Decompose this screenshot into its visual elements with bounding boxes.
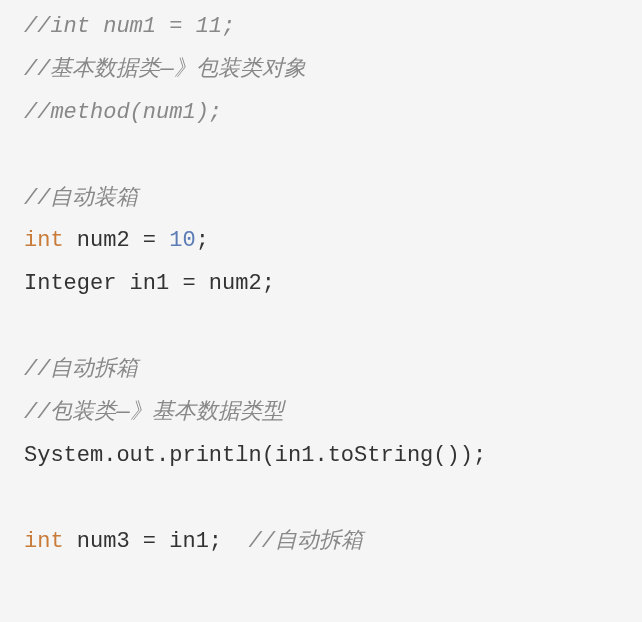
token-punct: =: [143, 529, 169, 554]
code-block: //int num1 = 11;//基本数据类—》包装类对象//method(n…: [24, 6, 642, 564]
code-line-1: //基本数据类—》包装类对象: [24, 49, 642, 92]
code-line-4: //自动装箱: [24, 178, 642, 221]
token-identifier: System: [24, 443, 103, 468]
comment-text: //int num1 = 11;: [24, 14, 235, 39]
comment-text: //自动装箱: [24, 186, 138, 211]
code-line-10: System.out.println(in1.toString());: [24, 435, 642, 478]
token-punct: ());: [433, 443, 486, 468]
token-identifier: num3: [64, 529, 143, 554]
token-punct: .: [103, 443, 116, 468]
comment-text: //method(num1);: [24, 100, 222, 125]
token-comment: //自动拆箱: [248, 529, 362, 554]
token-identifier: in1: [275, 443, 315, 468]
comment-text: //包装类—》基本数据类型: [24, 400, 284, 425]
token-method: println: [169, 443, 261, 468]
token-punct: .: [314, 443, 327, 468]
token-punct: ;: [262, 271, 275, 296]
comment-text: //基本数据类—》包装类对象: [24, 57, 306, 82]
code-line-12: int num3 = in1; //自动拆箱: [24, 521, 642, 564]
code-line-0: //int num1 = 11;: [24, 6, 642, 49]
token-punct: ;: [196, 228, 209, 253]
comment-text: //自动拆箱: [24, 357, 138, 382]
code-line-7: [24, 306, 642, 349]
code-line-3: [24, 135, 642, 178]
token-method: toString: [328, 443, 434, 468]
token-identifier: num2: [209, 271, 262, 296]
code-line-9: //包装类—》基本数据类型: [24, 392, 642, 435]
token-punct: ;: [209, 529, 249, 554]
token-keyword: int: [24, 228, 64, 253]
code-line-5: int num2 = 10;: [24, 220, 642, 263]
token-identifier: num2: [64, 228, 143, 253]
token-identifier: out: [116, 443, 156, 468]
token-keyword: int: [24, 529, 64, 554]
code-line-11: [24, 478, 642, 521]
token-identifier: Integer in1: [24, 271, 182, 296]
code-line-2: //method(num1);: [24, 92, 642, 135]
token-punct: (: [262, 443, 275, 468]
token-number: 10: [169, 228, 195, 253]
code-line-8: //自动拆箱: [24, 349, 642, 392]
token-punct: .: [156, 443, 169, 468]
code-line-6: Integer in1 = num2;: [24, 263, 642, 306]
token-identifier: in1: [169, 529, 209, 554]
token-punct: =: [143, 228, 169, 253]
token-punct: =: [182, 271, 208, 296]
